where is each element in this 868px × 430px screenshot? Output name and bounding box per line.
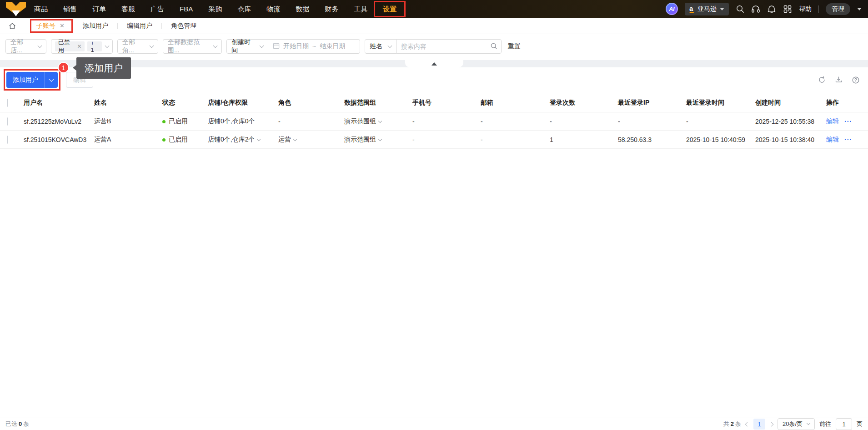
column-header-状态[interactable]: 状态 bbox=[162, 99, 208, 107]
chevron-down-icon bbox=[105, 43, 110, 48]
status-dot-icon bbox=[162, 138, 166, 142]
date-separator: ~ bbox=[312, 43, 316, 50]
column-header-用户名[interactable]: 用户名 bbox=[24, 99, 94, 107]
cell-role[interactable]: - bbox=[278, 118, 344, 125]
search-icon[interactable] bbox=[736, 5, 744, 13]
nav-item-采购[interactable]: 采购 bbox=[201, 0, 230, 18]
cell-status: 已启用 bbox=[162, 117, 208, 126]
home-icon[interactable] bbox=[8, 22, 16, 30]
page-size-select[interactable]: 20条/页 bbox=[778, 418, 815, 430]
search-input-wrap bbox=[396, 39, 502, 54]
row-checkbox[interactable] bbox=[7, 136, 8, 144]
scope-filter-select[interactable]: 全部数据范围... bbox=[163, 39, 222, 54]
support-headset-icon[interactable] bbox=[751, 5, 760, 14]
status-filter-select[interactable]: 已禁用✕ + 1✕ bbox=[51, 39, 113, 54]
marketplace-label: 亚马逊 bbox=[697, 5, 717, 13]
account-chevron-down-icon[interactable] bbox=[857, 8, 862, 10]
nav-item-仓库[interactable]: 仓库 bbox=[230, 0, 259, 18]
cell-permission[interactable]: 店铺0个,仓库0个 bbox=[208, 117, 278, 126]
row-checkbox[interactable] bbox=[7, 117, 8, 126]
role-filter-select[interactable]: 全部角... bbox=[117, 39, 158, 54]
chevron-down-icon[interactable] bbox=[293, 137, 297, 141]
goto-page-input[interactable] bbox=[836, 418, 852, 430]
nav-item-客服[interactable]: 客服 bbox=[114, 0, 143, 18]
cell-email: - bbox=[481, 136, 550, 143]
column-header-操作[interactable]: 操作 bbox=[826, 99, 861, 107]
cell-role[interactable]: 运营 bbox=[278, 136, 344, 144]
shop-filter-select[interactable]: 全部店... bbox=[5, 39, 46, 54]
fox-logo-icon bbox=[6, 1, 26, 17]
export-download-icon[interactable] bbox=[835, 76, 843, 84]
notifications-bell-icon[interactable] bbox=[767, 5, 776, 14]
nav-item-工具[interactable]: 工具 bbox=[346, 0, 375, 18]
column-header-最近登录时间[interactable]: 最近登录时间 bbox=[686, 99, 755, 107]
filter-tag: + 1✕ bbox=[87, 41, 102, 51]
cell-permission[interactable]: 店铺0个,仓库2个 bbox=[208, 136, 278, 144]
nav-item-订单[interactable]: 订单 bbox=[85, 0, 114, 18]
column-header-创建时间[interactable]: 创建时间 bbox=[755, 99, 826, 107]
help-link[interactable]: 帮助 bbox=[799, 5, 812, 13]
navbar-divider bbox=[818, 5, 819, 13]
nav-item-财务[interactable]: 财务 bbox=[317, 0, 346, 18]
reset-button[interactable]: 重置 bbox=[508, 42, 521, 51]
collapse-filters-button[interactable] bbox=[405, 60, 463, 67]
edit-link[interactable]: 编辑 bbox=[826, 136, 839, 144]
tab-子账号[interactable]: 子账号 ✕ bbox=[27, 18, 74, 34]
marketplace-selector[interactable]: a 亚马逊 bbox=[685, 3, 729, 15]
column-header-登录次数[interactable]: 登录次数 bbox=[550, 99, 618, 107]
column-header-角色[interactable]: 角色 bbox=[278, 99, 344, 107]
add-user-dropdown-toggle[interactable] bbox=[45, 72, 58, 88]
end-date-placeholder: 结束日期 bbox=[320, 42, 345, 51]
nav-item-数据[interactable]: 数据 bbox=[288, 0, 317, 18]
column-header-数据范围组[interactable]: 数据范围组 bbox=[344, 99, 412, 107]
more-actions-icon[interactable]: ··· bbox=[844, 136, 852, 143]
column-header-手机号[interactable]: 手机号 bbox=[412, 99, 481, 107]
edit-link[interactable]: 编辑 bbox=[826, 117, 839, 126]
column-header-姓名[interactable]: 姓名 bbox=[94, 99, 162, 107]
nav-item-FBA[interactable]: FBA bbox=[172, 0, 201, 18]
chevron-down-icon[interactable] bbox=[257, 137, 261, 141]
account-menu[interactable]: 管理 bbox=[826, 3, 850, 15]
chevron-down-icon[interactable] bbox=[378, 119, 382, 122]
nav-item-设置[interactable]: 设置 bbox=[375, 0, 404, 18]
page-number-button[interactable]: 1 bbox=[753, 419, 765, 430]
ai-assistant-button[interactable]: AI bbox=[666, 3, 678, 15]
tab-添加用户[interactable]: 添加用户 ✕ bbox=[74, 18, 117, 34]
close-icon[interactable]: ✕ bbox=[77, 44, 81, 49]
nav-item-物流[interactable]: 物流 bbox=[259, 0, 288, 18]
cell-last-login-time: 2025-10-15 10:40:59 bbox=[686, 136, 755, 143]
calendar-icon bbox=[273, 42, 280, 51]
tab-角色管理[interactable]: 角色管理 ✕ bbox=[162, 18, 206, 34]
nav-item-广告[interactable]: 广告 bbox=[143, 0, 172, 18]
filter-bar: 全部店... 已禁用✕ + 1✕ 全部角... 全部数据范围... 创建时间 开… bbox=[0, 34, 868, 60]
more-actions-icon[interactable]: ··· bbox=[844, 118, 852, 125]
cell-scope-group[interactable]: 演示范围组 bbox=[344, 136, 412, 144]
apps-grid-icon[interactable] bbox=[783, 5, 792, 14]
add-user-button[interactable]: 添加用户 bbox=[6, 72, 58, 88]
search-input[interactable] bbox=[401, 43, 487, 50]
next-page-icon[interactable] bbox=[769, 422, 773, 426]
column-header-最近登录IP[interactable]: 最近登录IP bbox=[618, 99, 686, 107]
search-field-select[interactable]: 姓名 bbox=[365, 39, 396, 54]
nav-item-商品[interactable]: 商品 bbox=[26, 0, 55, 18]
prev-page-icon[interactable] bbox=[745, 422, 749, 426]
cell-scope-group[interactable]: 演示范围组 bbox=[344, 117, 412, 126]
tab-编辑用户[interactable]: 编辑用户 ✕ bbox=[118, 18, 161, 34]
refresh-icon[interactable] bbox=[818, 76, 826, 84]
search-icon[interactable] bbox=[490, 42, 497, 51]
nav-item-销售[interactable]: 销售 bbox=[55, 0, 85, 18]
app-logo[interactable] bbox=[5, 0, 26, 18]
edit-button[interactable]: 编辑 bbox=[66, 72, 93, 88]
help-circle-icon[interactable] bbox=[852, 76, 860, 84]
time-field-select[interactable]: 创建时间 bbox=[226, 39, 268, 54]
pagination: 共2条 1 20条/页 前往 页 bbox=[723, 418, 863, 430]
cell-phone: - bbox=[412, 118, 481, 125]
page-size-value: 20条/页 bbox=[783, 420, 803, 428]
close-icon[interactable]: ✕ bbox=[60, 23, 65, 29]
status-dot-icon bbox=[162, 120, 166, 123]
select-all-checkbox[interactable] bbox=[7, 99, 8, 107]
column-header-邮箱[interactable]: 邮箱 bbox=[481, 99, 550, 107]
date-range-picker[interactable]: 开始日期 ~ 结束日期 bbox=[268, 39, 360, 54]
chevron-down-icon[interactable] bbox=[378, 137, 382, 141]
column-header-店铺/仓库权限[interactable]: 店铺/仓库权限 bbox=[208, 99, 278, 107]
